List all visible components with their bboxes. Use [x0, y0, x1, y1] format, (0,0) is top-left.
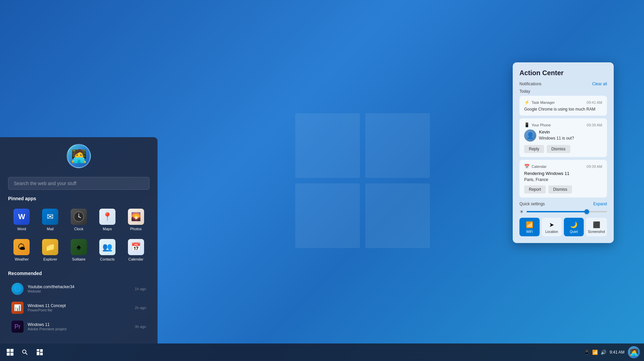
rec-premiere-sub: Adobe Premiere project [28, 327, 131, 331]
clock-label: Clock [74, 227, 83, 231]
rec-item-premiere[interactable]: Pr Windows 11 Adobe Premiere project 3h … [8, 318, 149, 335]
rec-youtube-title: Youtube.com/thehacker34 [28, 284, 131, 289]
word-label: Word [17, 227, 26, 231]
app-clock[interactable]: Clock [65, 205, 93, 234]
phone-sys-icon: 📱 [584, 350, 589, 355]
brightness-icon: ☀ [519, 209, 524, 214]
report-button[interactable]: Report [524, 185, 546, 193]
location-button[interactable]: ➤ Location [542, 218, 562, 236]
quick-buttons-grid: 📶 WiFi ➤ Location 🌙 Quiet ⬛ Screenshot [519, 218, 607, 236]
notif-time-calendar: 09:39 AM [587, 164, 602, 169]
app-weather[interactable]: 🌤 Weather [8, 236, 35, 265]
location-label: Location [545, 230, 558, 234]
rec-item-win11concept[interactable]: 📊 Windows 11 Concept PowerPoint file 2h … [8, 299, 149, 317]
recommended-list: 🌐 Youtube.com/thehacker34 Website 1h ago… [8, 280, 149, 335]
rec-ppt-sub: PowerPoint file [28, 308, 131, 312]
notif-app-name-taskmanager: Task Manager [532, 100, 555, 104]
app-mail[interactable]: ✉ Mail [37, 205, 64, 234]
svg-rect-11 [37, 349, 39, 351]
notif-app-phone: 📱 Your Phone [524, 122, 551, 127]
rec-item-youtube[interactable]: 🌐 Youtube.com/thehacker34 Website 1h ago [8, 280, 149, 298]
brightness-fill [527, 211, 587, 212]
maps-icon: 📍 [99, 209, 115, 225]
taskbar-time[interactable]: 9:41 AM [610, 350, 624, 355]
clock-time: 9:41 AM [610, 350, 624, 355]
app-contacts[interactable]: 👥 Contacts [94, 236, 121, 265]
notification-your-phone: 📱 Your Phone 09:39 AM 👤 Kevin Windows 11… [519, 118, 607, 157]
notif-time-phone: 09:39 AM [587, 123, 602, 127]
quiet-button[interactable]: 🌙 Quiet [564, 218, 584, 236]
word-icon: W [13, 209, 30, 225]
reply-button[interactable]: Reply [524, 145, 544, 153]
task-manager-icon: ⚡ [524, 100, 530, 105]
dismiss-calendar-button[interactable]: Dismiss [548, 185, 572, 193]
volume-sys-icon: 🔊 [601, 350, 606, 355]
notification-task-manager: ⚡ Task Manager 09:41 AM Google Chrome is… [519, 96, 607, 116]
calendar-icon: 📅 [128, 239, 144, 255]
app-calendar[interactable]: 📅 Calendar [122, 236, 149, 265]
notif-message-body: Windows 11 is out? [539, 136, 574, 141]
widgets-button[interactable] [34, 346, 46, 358]
app-explorer[interactable]: 📁 Explorer [37, 236, 64, 265]
notification-calendar: 📅 Calendar 09:39 AM Rendering Windows 11… [519, 160, 607, 198]
ppt-icon: 📊 [11, 302, 24, 314]
notif-app-taskmanager: ⚡ Task Manager [524, 100, 555, 105]
notif-app-name-calendar: Calendar [532, 164, 547, 169]
explorer-label: Explorer [43, 257, 57, 261]
clear-all-button[interactable]: Clear all [592, 82, 607, 86]
rec-premiere-title: Windows 11 [28, 322, 131, 327]
solitaire-label: Solitaire [72, 257, 86, 261]
user-avatar[interactable]: 🧑‍💻 [67, 144, 91, 168]
recommended-title: Recommended [8, 271, 149, 276]
search-input[interactable] [8, 177, 149, 190]
notifications-label: Notifications [519, 82, 541, 86]
quick-settings-header: Quick settings Expand [519, 202, 607, 206]
expand-button[interactable]: Expand [593, 202, 607, 206]
svg-rect-7 [7, 353, 10, 356]
rec-premiere-time: 3h ago [135, 325, 146, 329]
svg-rect-12 [40, 349, 43, 352]
notifications-header: Notifications Clear all [519, 82, 607, 86]
phone-icon: 📱 [524, 122, 530, 127]
quiet-label: Quiet [570, 230, 578, 234]
rec-ppt-title: Windows 11 Concept [28, 303, 131, 308]
quick-settings-label: Quick settings [519, 202, 545, 206]
rec-youtube-sub: Website [28, 289, 131, 293]
screenshot-label: Screenshot [588, 230, 605, 234]
photos-label: Photos [130, 227, 141, 231]
rec-youtube-time: 1h ago [135, 287, 146, 291]
weather-icon: 🌤 [13, 239, 30, 255]
brightness-slider[interactable] [527, 211, 607, 212]
location-icon: ➤ [549, 221, 554, 229]
weather-label: Weather [15, 257, 29, 261]
sys-icons: 📱 📶 🔊 [584, 350, 606, 355]
screenshot-button[interactable]: ⬛ Screenshot [586, 218, 607, 236]
taskbar-avatar[interactable]: 🧑‍💻 [628, 346, 640, 358]
maps-label: Maps [103, 227, 112, 231]
dismiss-phone-button[interactable]: Dismiss [547, 145, 570, 153]
app-maps[interactable]: 📍 Maps [94, 205, 121, 234]
today-label: Today [519, 89, 607, 94]
app-photos[interactable]: 🌄 Photos [122, 205, 149, 234]
svg-rect-14 [40, 353, 43, 355]
app-solitaire[interactable]: ♠ Solitaire [65, 236, 93, 265]
premiere-icon: Pr [11, 321, 24, 333]
notif-body-taskmanager: Google Chrome is using too much RAM [524, 107, 602, 112]
search-button[interactable] [19, 346, 31, 358]
wifi-button[interactable]: 📶 WiFi [519, 218, 540, 236]
edge-icon: 🌐 [11, 283, 24, 295]
mail-label: Mail [47, 227, 54, 231]
quiet-icon: 🌙 [570, 221, 577, 229]
solitaire-icon: ♠ [71, 239, 87, 255]
screenshot-icon: ⬛ [593, 221, 600, 229]
kevin-avatar: 👤 [524, 129, 536, 142]
start-button[interactable] [4, 346, 16, 358]
svg-line-10 [26, 353, 27, 355]
notif-calendar-body: Paris, France [524, 177, 602, 182]
taskbar: 📱 📶 🔊 9:41 AM 🧑‍💻 [0, 343, 644, 361]
start-menu: 🧑‍💻 Pinned apps W Word ✉ Mail [0, 137, 158, 343]
windows-logo-background [295, 113, 430, 248]
app-word[interactable]: W Word [8, 205, 35, 234]
brightness-row: ☀ [519, 209, 607, 214]
pinned-apps-title: Pinned apps [8, 196, 149, 201]
